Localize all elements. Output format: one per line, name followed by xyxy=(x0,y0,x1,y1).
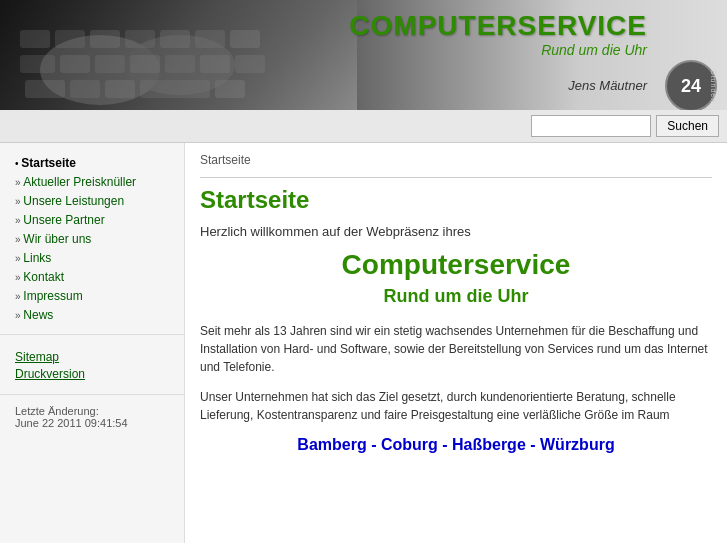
site-author: Jens Mäutner xyxy=(349,78,647,93)
sidebar-item-ueber-uns[interactable]: Wir über uns xyxy=(15,229,184,248)
sidebar-item-kontakt[interactable]: Kontakt xyxy=(15,267,184,286)
svg-point-20 xyxy=(125,35,235,95)
sidebar-link-startseite[interactable]: Startseite xyxy=(21,156,76,170)
sidebar-item-leistungen[interactable]: Unsere Leistungen xyxy=(15,191,184,210)
sidebar-link-leistungen[interactable]: Unsere Leistungen xyxy=(23,194,124,208)
search-button[interactable]: Suchen xyxy=(656,115,719,137)
header-title-area: COMPUTERSERVICE Rund um die Uhr Jens Mäu… xyxy=(349,10,647,93)
welcome-text: Herzlich willkommen auf der Webpräsenz i… xyxy=(200,224,712,239)
sidebar-nav: Startseite Aktueller Preisknüller Unsere… xyxy=(0,153,184,324)
sidebar-link-partner[interactable]: Unsere Partner xyxy=(23,213,104,227)
computerservice-subtitle: Rund um die Uhr xyxy=(200,286,712,307)
sidebar-link-ueber-uns[interactable]: Wir über uns xyxy=(23,232,91,246)
main-layout: Startseite Aktueller Preisknüller Unsere… xyxy=(0,143,727,543)
city-title: Bamberg - Coburg - Haßberge - Würzburg xyxy=(200,436,712,454)
last-changed-date: June 22 2011 09:41:54 xyxy=(15,417,169,429)
searchbar: Suchen xyxy=(0,110,727,143)
breadcrumb: Startseite xyxy=(200,153,712,167)
sidebar-extra-links: Sitemap Druckversion xyxy=(0,334,184,389)
sidebar: Startseite Aktueller Preisknüller Unsere… xyxy=(0,143,185,543)
sidebar-link-links[interactable]: Links xyxy=(23,251,51,265)
print-link[interactable]: Druckversion xyxy=(15,367,169,381)
sitemap-link[interactable]: Sitemap xyxy=(15,350,169,364)
computerservice-title: Computerservice xyxy=(200,249,712,281)
last-changed-label: Letzte Änderung: xyxy=(15,405,169,417)
sidebar-item-startseite[interactable]: Startseite xyxy=(15,153,184,172)
page-title: Startseite xyxy=(200,186,712,214)
header: COMPUTERSERVICE Rund um die Uhr Jens Mäu… xyxy=(0,0,727,110)
divider-top xyxy=(200,177,712,178)
main-content: Startseite Startseite Herzlich willkomme… xyxy=(185,143,727,543)
sidebar-item-partner[interactable]: Unsere Partner xyxy=(15,210,184,229)
sidebar-link-preisknuller[interactable]: Aktueller Preisknüller xyxy=(23,175,136,189)
sidebar-link-kontakt[interactable]: Kontakt xyxy=(23,270,64,284)
body-text-1: Seit mehr als 13 Jahren sind wir ein ste… xyxy=(200,322,712,376)
badge-text: Stunden xyxy=(710,70,717,103)
sidebar-link-news[interactable]: News xyxy=(23,308,53,322)
site-sub-title: Rund um die Uhr xyxy=(349,42,647,58)
sidebar-link-impressum[interactable]: Impressum xyxy=(23,289,82,303)
badge-number: 24 xyxy=(681,77,701,95)
header-keyboard-image xyxy=(0,0,370,110)
search-input[interactable] xyxy=(531,115,651,137)
body-text-2: Unser Unternehmen hat sich das Ziel gese… xyxy=(200,388,712,424)
sidebar-item-preisknuller[interactable]: Aktueller Preisknüller xyxy=(15,172,184,191)
sidebar-item-impressum[interactable]: Impressum xyxy=(15,286,184,305)
badge-24h: 24 Stunden xyxy=(665,60,717,110)
sidebar-item-links[interactable]: Links xyxy=(15,248,184,267)
site-main-title: COMPUTERSERVICE xyxy=(349,10,647,42)
sidebar-meta: Letzte Änderung: June 22 2011 09:41:54 xyxy=(0,394,184,439)
sidebar-item-news[interactable]: News xyxy=(15,305,184,324)
